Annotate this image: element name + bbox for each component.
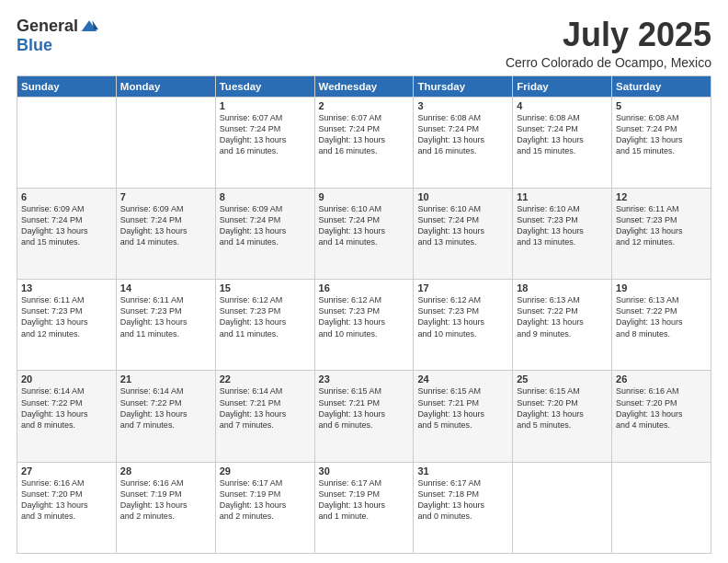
table-row: 31Sunrise: 6:17 AM Sunset: 7:18 PM Dayli… <box>414 462 513 553</box>
day-number: 22 <box>220 373 311 385</box>
logo-blue-text: Blue <box>17 36 52 55</box>
day-info: Sunrise: 6:09 AM Sunset: 7:24 PM Dayligh… <box>120 203 211 248</box>
day-number: 17 <box>417 282 508 293</box>
day-number: 12 <box>616 191 707 202</box>
day-number: 3 <box>417 100 508 111</box>
day-info: Sunrise: 6:12 AM Sunset: 7:23 PM Dayligh… <box>417 294 508 339</box>
day-number: 18 <box>517 282 608 293</box>
day-info: Sunrise: 6:08 AM Sunset: 7:24 PM Dayligh… <box>517 112 608 157</box>
table-row <box>513 462 612 553</box>
table-row: 6Sunrise: 6:09 AM Sunset: 7:24 PM Daylig… <box>17 188 117 279</box>
table-row: 21Sunrise: 6:14 AM Sunset: 7:22 PM Dayli… <box>116 371 215 462</box>
table-row: 29Sunrise: 6:17 AM Sunset: 7:19 PM Dayli… <box>215 462 314 553</box>
day-info: Sunrise: 6:07 AM Sunset: 7:24 PM Dayligh… <box>220 112 311 157</box>
title-block: July 2025 Cerro Colorado de Ocampo, Mexi… <box>506 17 711 70</box>
table-row: 5Sunrise: 6:08 AM Sunset: 7:24 PM Daylig… <box>612 97 711 188</box>
day-number: 13 <box>21 282 112 293</box>
day-number: 1 <box>220 100 311 111</box>
day-number: 14 <box>120 282 211 293</box>
day-info: Sunrise: 6:15 AM Sunset: 7:21 PM Dayligh… <box>417 385 508 431</box>
table-row: 18Sunrise: 6:13 AM Sunset: 7:22 PM Dayli… <box>513 280 612 371</box>
day-number: 25 <box>517 373 608 385</box>
table-row: 25Sunrise: 6:15 AM Sunset: 7:20 PM Dayli… <box>513 371 612 462</box>
day-info: Sunrise: 6:10 AM Sunset: 7:24 PM Dayligh… <box>417 203 508 248</box>
table-row <box>17 97 117 188</box>
day-number: 26 <box>616 373 707 385</box>
calendar-week-row: 6Sunrise: 6:09 AM Sunset: 7:24 PM Daylig… <box>17 188 711 279</box>
col-tuesday: Tuesday <box>215 75 314 97</box>
day-number: 8 <box>220 191 311 202</box>
col-monday: Monday <box>116 75 215 97</box>
day-info: Sunrise: 6:07 AM Sunset: 7:24 PM Dayligh… <box>319 112 410 157</box>
logo-general-text: General <box>17 17 78 36</box>
day-info: Sunrise: 6:14 AM Sunset: 7:22 PM Dayligh… <box>120 385 211 431</box>
table-row: 28Sunrise: 6:16 AM Sunset: 7:19 PM Dayli… <box>116 462 215 553</box>
table-row: 17Sunrise: 6:12 AM Sunset: 7:23 PM Dayli… <box>414 280 513 371</box>
table-row: 1Sunrise: 6:07 AM Sunset: 7:24 PM Daylig… <box>215 97 314 188</box>
day-number: 4 <box>517 100 608 111</box>
table-row: 16Sunrise: 6:12 AM Sunset: 7:23 PM Dayli… <box>314 280 414 371</box>
col-sunday: Sunday <box>17 75 117 97</box>
day-info: Sunrise: 6:14 AM Sunset: 7:21 PM Dayligh… <box>220 385 311 431</box>
table-row: 9Sunrise: 6:10 AM Sunset: 7:24 PM Daylig… <box>314 188 414 279</box>
calendar-week-row: 13Sunrise: 6:11 AM Sunset: 7:23 PM Dayli… <box>17 280 711 371</box>
day-number: 6 <box>21 191 112 202</box>
table-row: 26Sunrise: 6:16 AM Sunset: 7:20 PM Dayli… <box>612 371 711 462</box>
table-row: 23Sunrise: 6:15 AM Sunset: 7:21 PM Dayli… <box>314 371 414 462</box>
day-number: 28 <box>120 465 211 477</box>
calendar-week-row: 1Sunrise: 6:07 AM Sunset: 7:24 PM Daylig… <box>17 97 711 188</box>
day-number: 9 <box>319 191 410 202</box>
day-info: Sunrise: 6:17 AM Sunset: 7:19 PM Dayligh… <box>319 477 410 523</box>
table-row: 12Sunrise: 6:11 AM Sunset: 7:23 PM Dayli… <box>612 188 711 279</box>
day-info: Sunrise: 6:16 AM Sunset: 7:20 PM Dayligh… <box>21 477 112 523</box>
col-saturday: Saturday <box>612 75 711 97</box>
day-number: 11 <box>517 191 608 202</box>
logo-icon <box>80 17 98 36</box>
day-info: Sunrise: 6:12 AM Sunset: 7:23 PM Dayligh… <box>319 294 410 339</box>
day-info: Sunrise: 6:15 AM Sunset: 7:20 PM Dayligh… <box>517 385 608 431</box>
table-row <box>612 462 711 553</box>
day-number: 15 <box>220 282 311 293</box>
table-row: 20Sunrise: 6:14 AM Sunset: 7:22 PM Dayli… <box>17 371 117 462</box>
day-number: 20 <box>21 373 112 385</box>
table-row: 15Sunrise: 6:12 AM Sunset: 7:23 PM Dayli… <box>215 280 314 371</box>
day-info: Sunrise: 6:08 AM Sunset: 7:24 PM Dayligh… <box>417 112 508 157</box>
day-info: Sunrise: 6:13 AM Sunset: 7:22 PM Dayligh… <box>517 294 608 339</box>
day-number: 23 <box>319 373 410 385</box>
day-number: 10 <box>417 191 508 202</box>
day-info: Sunrise: 6:14 AM Sunset: 7:22 PM Dayligh… <box>21 385 112 431</box>
day-info: Sunrise: 6:09 AM Sunset: 7:24 PM Dayligh… <box>220 203 311 248</box>
day-info: Sunrise: 6:17 AM Sunset: 7:19 PM Dayligh… <box>220 477 311 523</box>
day-info: Sunrise: 6:13 AM Sunset: 7:22 PM Dayligh… <box>616 294 707 339</box>
day-info: Sunrise: 6:11 AM Sunset: 7:23 PM Dayligh… <box>21 294 112 339</box>
col-thursday: Thursday <box>414 75 513 97</box>
day-info: Sunrise: 6:08 AM Sunset: 7:24 PM Dayligh… <box>616 112 707 157</box>
calendar-table: Sunday Monday Tuesday Wednesday Thursday… <box>17 75 711 554</box>
day-info: Sunrise: 6:16 AM Sunset: 7:20 PM Dayligh… <box>616 385 707 431</box>
table-row <box>116 97 215 188</box>
table-row: 2Sunrise: 6:07 AM Sunset: 7:24 PM Daylig… <box>314 97 414 188</box>
day-info: Sunrise: 6:10 AM Sunset: 7:23 PM Dayligh… <box>517 203 608 248</box>
table-row: 30Sunrise: 6:17 AM Sunset: 7:19 PM Dayli… <box>314 462 414 553</box>
col-friday: Friday <box>513 75 612 97</box>
logo: General Blue <box>17 17 98 55</box>
month-title: July 2025 <box>506 17 711 53</box>
day-info: Sunrise: 6:15 AM Sunset: 7:21 PM Dayligh… <box>319 385 410 431</box>
table-row: 4Sunrise: 6:08 AM Sunset: 7:24 PM Daylig… <box>513 97 612 188</box>
day-info: Sunrise: 6:12 AM Sunset: 7:23 PM Dayligh… <box>220 294 311 339</box>
day-number: 27 <box>21 465 112 477</box>
table-row: 24Sunrise: 6:15 AM Sunset: 7:21 PM Dayli… <box>414 371 513 462</box>
table-row: 8Sunrise: 6:09 AM Sunset: 7:24 PM Daylig… <box>215 188 314 279</box>
day-number: 21 <box>120 373 211 385</box>
day-info: Sunrise: 6:17 AM Sunset: 7:18 PM Dayligh… <box>417 477 508 523</box>
table-row: 22Sunrise: 6:14 AM Sunset: 7:21 PM Dayli… <box>215 371 314 462</box>
day-number: 31 <box>417 465 508 477</box>
day-number: 16 <box>319 282 410 293</box>
day-number: 2 <box>319 100 410 111</box>
day-info: Sunrise: 6:11 AM Sunset: 7:23 PM Dayligh… <box>120 294 211 339</box>
table-row: 19Sunrise: 6:13 AM Sunset: 7:22 PM Dayli… <box>612 280 711 371</box>
day-number: 29 <box>220 465 311 477</box>
table-row: 13Sunrise: 6:11 AM Sunset: 7:23 PM Dayli… <box>17 280 117 371</box>
calendar-week-row: 20Sunrise: 6:14 AM Sunset: 7:22 PM Dayli… <box>17 371 711 462</box>
day-number: 30 <box>319 465 410 477</box>
